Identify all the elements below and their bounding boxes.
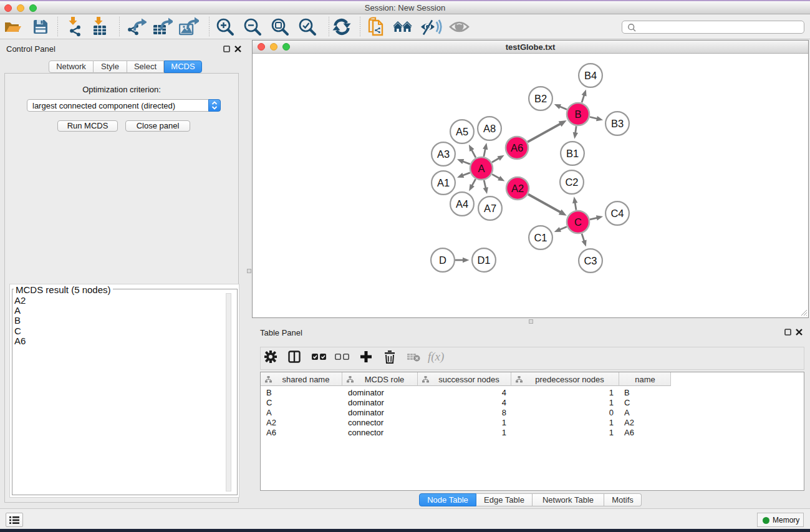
svg-text:C4: C4: [610, 208, 624, 219]
svg-text:A4: A4: [456, 198, 468, 210]
svg-text:A3: A3: [437, 148, 450, 160]
svg-text:A: A: [478, 163, 485, 174]
svg-text:B4: B4: [584, 70, 597, 81]
svg-text:D1: D1: [477, 254, 490, 266]
svg-text:B: B: [574, 109, 581, 120]
svg-text:A7: A7: [484, 203, 496, 214]
svg-text:A2: A2: [511, 183, 524, 194]
svg-text:A6: A6: [511, 142, 523, 153]
svg-text:B2: B2: [534, 93, 547, 104]
svg-text:C1: C1: [534, 232, 547, 243]
svg-text:A5: A5: [456, 126, 468, 137]
svg-text:B1: B1: [566, 148, 579, 159]
svg-text:C: C: [574, 216, 582, 228]
svg-text:D: D: [439, 254, 446, 266]
svg-text:B3: B3: [611, 118, 624, 129]
svg-text:A8: A8: [483, 123, 496, 134]
svg-text:C2: C2: [565, 177, 578, 188]
svg-text:A1: A1: [437, 177, 450, 188]
svg-text:C3: C3: [584, 255, 597, 266]
